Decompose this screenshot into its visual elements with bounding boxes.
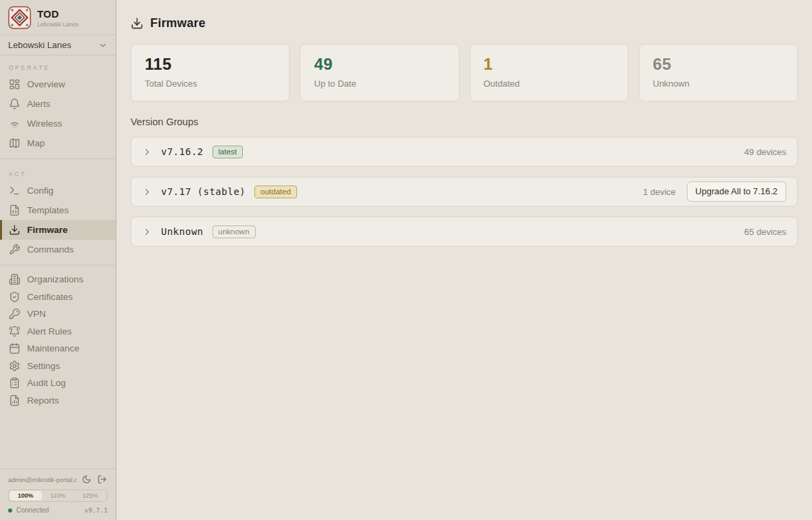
sidebar-item-maintenance[interactable]: Maintenance: [0, 340, 116, 358]
sidebar-item-wireless[interactable]: Wireless: [0, 114, 116, 133]
user-email: admin@mikrotik-portal.dev: [8, 476, 76, 483]
sidebar-item-commands[interactable]: Commands: [0, 240, 116, 259]
stat-label: Unknown: [653, 79, 784, 89]
logout-button[interactable]: [97, 475, 108, 485]
sidebar-item-label: Alert Rules: [27, 326, 72, 337]
file-code-icon: [9, 204, 20, 216]
moon-icon: [82, 475, 91, 484]
version-label: v7.17 (stable): [161, 186, 246, 197]
expand-row-button[interactable]: [142, 187, 152, 197]
wifi-icon: [9, 118, 20, 129]
sidebar-item-label: Audit Log: [27, 378, 66, 388]
main-content: Firmware 115 Total Devices 49 Up to Date…: [116, 0, 812, 520]
sidebar-nav: OPERATE Overview Alerts Wireless: [0, 56, 116, 469]
page-header: Firmware: [131, 16, 798, 30]
version-group-row[interactable]: v7.17 (stable) outdated 1 device Upgrade…: [131, 177, 798, 207]
sidebar-item-overview[interactable]: Overview: [0, 74, 116, 94]
sidebar-item-config[interactable]: Config: [0, 181, 116, 200]
sidebar-item-label: Certificates: [27, 292, 73, 302]
divider: [0, 158, 116, 159]
version-group-row[interactable]: v7.16.2 latest 49 devices: [131, 137, 798, 167]
sidebar-item-label: Overview: [27, 79, 65, 89]
download-icon: [131, 17, 143, 30]
org-selector[interactable]: Lebowski Lanes: [0, 35, 116, 56]
zoom-option-125[interactable]: 125%: [74, 491, 106, 500]
stat-card-unknown: 65 Unknown: [639, 44, 798, 102]
sidebar-item-label: VPN: [27, 309, 46, 319]
expand-row-button[interactable]: [142, 227, 152, 237]
upgrade-all-button[interactable]: Upgrade All to 7.16.2: [687, 181, 786, 202]
logo-text: TOD Lebowski Lanes: [37, 8, 78, 28]
device-count: 49 devices: [744, 147, 786, 157]
sidebar: TOD Lebowski Lanes Lebowski Lanes OPERAT…: [0, 0, 116, 520]
sidebar-item-alerts[interactable]: Alerts: [0, 94, 116, 114]
bell-icon: [9, 98, 20, 110]
version-label: Unknown: [161, 226, 204, 237]
sidebar-footer: admin@mikrotik-portal.dev 100% 110% 125%…: [0, 469, 116, 520]
app-window: TOD Lebowski Lanes Lebowski Lanes OPERAT…: [0, 0, 812, 520]
page-title: Firmware: [150, 16, 206, 30]
sidebar-item-audit-log[interactable]: Audit Log: [0, 374, 116, 392]
sidebar-item-label: Config: [27, 186, 53, 196]
connection-status: Connected: [16, 506, 85, 514]
connection-status-dot: [8, 508, 12, 513]
sidebar-item-firmware[interactable]: Firmware: [0, 220, 116, 240]
key-icon: [9, 308, 20, 320]
chevron-down-icon: [98, 41, 108, 50]
stat-label: Outdated: [484, 79, 614, 89]
version-label: v7.16.2: [161, 146, 204, 157]
sidebar-item-templates[interactable]: Templates: [0, 200, 116, 220]
version-groups-title: Version Groups: [131, 116, 798, 127]
sidebar-item-label: Map: [27, 138, 45, 148]
zoom-control: 100% 110% 125%: [8, 490, 108, 502]
building-icon: [9, 274, 20, 285]
download-icon: [9, 224, 20, 236]
sidebar-item-label: Alerts: [27, 99, 51, 109]
section-label-operate: OPERATE: [0, 58, 116, 74]
sidebar-item-label: Organizations: [27, 274, 83, 284]
bell-ring-icon: [9, 326, 20, 337]
stat-value: 115: [145, 55, 275, 74]
sidebar-item-label: Reports: [27, 395, 59, 406]
stat-card-up-to-date: 49 Up to Date: [300, 44, 459, 102]
stat-label: Up to Date: [314, 79, 445, 89]
sidebar-item-certificates[interactable]: Certificates: [0, 288, 116, 306]
gear-icon: [9, 360, 20, 372]
stat-value: 1: [484, 55, 614, 74]
file-chart-icon: [9, 395, 20, 406]
calendar-icon: [9, 343, 20, 354]
sidebar-item-reports[interactable]: Reports: [0, 392, 116, 410]
chevron-right-icon: [142, 187, 152, 197]
shield-check-icon: [9, 291, 20, 303]
device-count: 1 device: [643, 187, 675, 197]
sidebar-item-alert-rules[interactable]: Alert Rules: [0, 323, 116, 341]
org-selector-value: Lebowski Lanes: [8, 40, 71, 50]
chevron-right-icon: [142, 227, 152, 237]
stat-card-outdated: 1 Outdated: [470, 44, 629, 102]
stat-cards: 115 Total Devices 49 Up to Date 1 Outdat…: [131, 44, 798, 102]
status-badge: unknown: [212, 225, 256, 238]
sidebar-item-label: Firmware: [27, 225, 68, 235]
app-title: TOD: [37, 8, 78, 20]
zoom-option-110[interactable]: 110%: [42, 491, 74, 500]
sidebar-item-vpn[interactable]: VPN: [0, 305, 116, 323]
theme-toggle-button[interactable]: [82, 475, 92, 485]
stat-value: 65: [653, 55, 784, 74]
chevron-right-icon: [142, 147, 152, 157]
map-icon: [9, 137, 20, 149]
sidebar-item-label: Templates: [27, 205, 69, 215]
app-version: v9.7.1: [85, 506, 108, 514]
status-badge: latest: [212, 146, 244, 158]
zoom-option-100[interactable]: 100%: [9, 491, 42, 500]
version-group-row[interactable]: Unknown unknown 65 devices: [131, 217, 798, 246]
sidebar-item-settings[interactable]: Settings: [0, 358, 116, 375]
sidebar-item-organizations[interactable]: Organizations: [0, 271, 116, 288]
stat-card-total-devices: 115 Total Devices: [131, 44, 290, 102]
expand-row-button[interactable]: [142, 147, 152, 157]
app-subtitle: Lebowski Lanes: [37, 21, 78, 28]
app-logo-icon: [8, 6, 31, 29]
terminal-icon: [9, 185, 20, 196]
logo-block[interactable]: TOD Lebowski Lanes: [0, 0, 116, 35]
sidebar-item-map[interactable]: Map: [0, 133, 116, 153]
sidebar-item-label: Maintenance: [27, 343, 79, 353]
